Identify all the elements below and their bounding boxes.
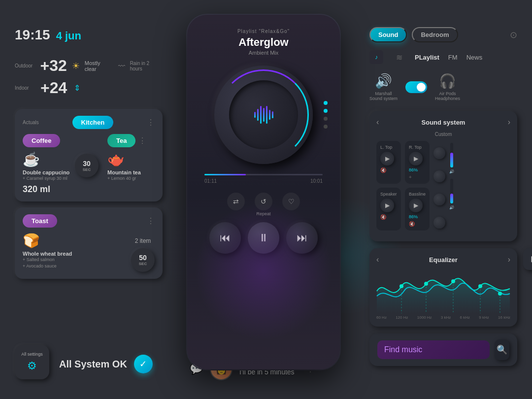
progress-section[interactable]: 01:11 10:01 [204,174,323,184]
eq-prev-icon[interactable]: ‹ [376,255,379,264]
knobs-column [433,141,445,234]
marshall-device: 🔊 MarshallSound system [369,73,398,101]
search-icon: 🔍 [497,344,507,355]
all-settings-button[interactable]: All settings ⚙ [15,345,49,379]
ss-next-icon[interactable]: › [508,118,510,127]
find-music-input[interactable] [377,340,490,359]
coffee-timer: 30 SEC [75,154,99,177]
fast-forward-button[interactable]: ⏭ [286,222,318,254]
tea-icon: 🫖 [107,151,155,167]
vol-ctrl-icon: 🔊 [449,169,454,174]
status-text: All System OK [59,359,127,370]
actuals-label: Actuals [23,120,39,125]
eq-visualizer [376,269,510,313]
find-music-card: 🔍 [369,333,517,366]
toast-dots-icon[interactable]: ⋮ [147,216,155,226]
eq-label-1: 120 Hz [396,315,408,320]
device-toggle[interactable] [405,81,427,93]
ltop-label: L. Top [380,145,392,150]
tea-button[interactable]: Tea [107,134,135,147]
outdoor-temp: +32 [40,57,66,75]
player-phone: Playlist "Relax&Go" Afterglow Ambient Mi… [187,15,340,369]
date-display: 4 jun [56,30,81,42]
knob-4[interactable] [433,217,445,229]
ltop-play-button[interactable]: ▶ [380,152,394,166]
bass-label: Bassline [409,192,426,197]
bedroom-tab-button[interactable]: Bedroom [412,27,458,42]
eq-settings-button[interactable]: ⊟ [523,248,532,270]
speaker-icon: 🔊 [375,73,392,89]
ltop-mute-icon[interactable]: 🔇 [380,167,386,173]
sound-tab-button[interactable]: Sound [369,27,407,42]
search-button[interactable]: 🔍 [495,339,509,360]
eq-label-6: 16 kHz [498,315,510,320]
toast-icon: 🍞 [23,233,125,249]
tab-playlist[interactable]: PLaylist [415,54,439,61]
track-subtitle: Ambient Mix [249,50,279,56]
gear-icon: ⚙ [27,360,37,372]
right-panel: Sound Bedroom ⊙ ♪ ≋ PLaylist FM News 🔊 M… [369,27,517,366]
tab-news[interactable]: News [466,54,483,61]
toast-name: Whole wheat bread [23,251,125,257]
sliders-icon: ⊟ [531,254,532,265]
ss-prev-icon[interactable]: ‹ [376,118,379,127]
toast-timer: 50 SEC [131,248,155,272]
headphones-icon: 🎧 [439,73,456,89]
knob-2[interactable] [433,170,445,182]
toast-button[interactable]: Toast [23,214,57,228]
kitchen-dots-icon[interactable]: ⋮ [147,118,155,127]
repeat-label: Repeat [255,211,272,216]
track-name: Afterglow [238,36,288,49]
sound-system-card: ‹ Sound system › Custom L. Top ▶ 🔇 R. To… [369,111,517,241]
system-status-bar: All System OK ✓ [59,355,153,373]
bass-vol: 86% [409,214,418,219]
airpods-device: 🎧 Air PodsHeadphones [435,73,460,101]
speaker-rtop: R. Top ▶ 86% + [405,141,430,184]
main-play-button[interactable]: ▶ [380,199,394,212]
speaker-bass: Bassline ▶ 86% 🔇 [405,188,430,231]
knob-1[interactable] [433,147,445,159]
bass-play-button[interactable]: ▶ [409,199,423,212]
coffee-button[interactable]: Coffee [23,134,60,147]
shuffle-icon[interactable]: ⇄ [227,193,245,210]
music-eq-icon[interactable]: ≋ [392,50,406,64]
toast-ingredients: + Salted salmon + Avocado sauce [23,257,125,270]
kitchen-button[interactable]: Kitchen [72,116,114,129]
eq-label-0: 60 Hz [376,315,387,320]
device-row: 🔊 MarshallSound system 🎧 Air PodsHeadpho… [369,73,517,101]
tea-dots-icon[interactable]: ⋮ [138,136,146,145]
rain-icon: 〰 [118,62,125,70]
airpods-label: Air PodsHeadphones [435,91,460,101]
transport-mini: ⇄ ↺ Repeat ♡ [227,193,300,216]
music-note-icon[interactable]: ♪ [369,50,383,64]
tea-name: Mountain tea [107,169,155,175]
volume-knob[interactable] [214,66,313,164]
play-pause-button[interactable]: ⏸ [248,222,279,254]
rtop-mute-icon[interactable]: + [409,174,412,180]
temp-arrows-icon: ⇕ [74,83,80,93]
coffee-name: Double cappucino [23,169,70,175]
weather-condition: Mostly clear [85,60,113,72]
indoor-temp: +24 [40,79,67,97]
speaker-main: Speaker ▶ 🔇 [376,188,401,231]
sun-icon: ☀ [72,61,80,71]
settings-label: All settings [21,352,43,357]
volume-controls: 🔊 🔊 [449,141,454,234]
speaker-ltop: L. Top ▶ 🔇 [376,141,401,184]
main-mute-icon[interactable]: 🔇 [380,214,386,220]
status-check-icon: ✓ [134,355,153,373]
room-icon[interactable]: ⊙ [510,30,517,40]
rtop-play-button[interactable]: ▶ [409,152,423,166]
playlist-tabs: ♪ ≋ PLaylist FM News [369,50,517,64]
eq-labels: 60 Hz 120 Hz 1000 Hz 3 kHz 6 kHz 9 kHz 1… [376,315,510,320]
heart-icon[interactable]: ♡ [282,193,300,210]
rewind-button[interactable]: ⏮ [209,222,241,254]
eq-next-icon[interactable]: › [508,255,510,264]
sound-system-title: Sound system [422,119,466,126]
repeat-icon[interactable]: ↺ [255,193,272,210]
speaker-layout: L. Top ▶ 🔇 R. Top ▶ 86% + Speaker ▶ 🔇 [376,141,510,234]
bass-mute-icon[interactable]: 🔇 [409,221,415,227]
knob-3[interactable] [433,194,445,205]
eq-label-3: 3 kHz [441,315,451,320]
tab-fm[interactable]: FM [448,54,458,61]
